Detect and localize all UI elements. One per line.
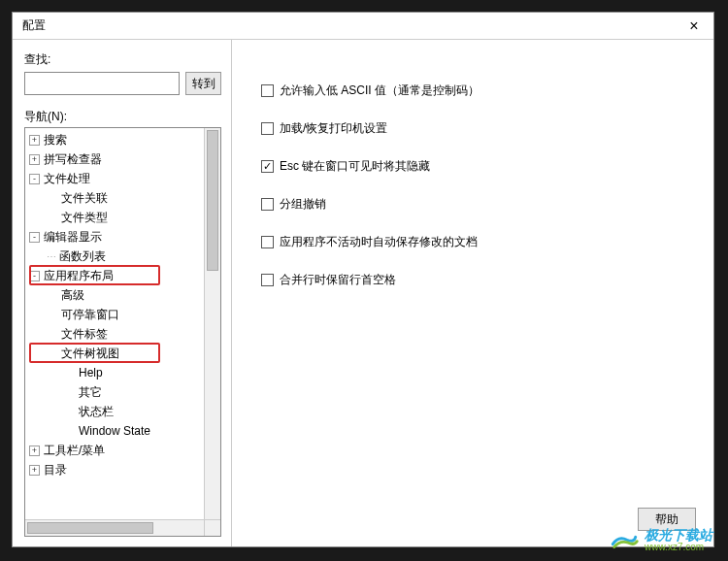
nav-label: 导航(N):	[24, 109, 221, 125]
option-label: 加载/恢复打印机设置	[280, 120, 387, 137]
checkbox[interactable]	[261, 236, 274, 248]
right-panel: 允许输入低 ASCII 值（通常是控制码）加载/恢复打印机设置Esc 键在窗口可…	[232, 40, 713, 546]
tree-item-label: 文件处理	[44, 171, 90, 187]
tree-item[interactable]: 文件类型	[27, 208, 218, 227]
tree-item-label: 文件关联	[61, 190, 108, 207]
tree-item-label: 文件类型	[61, 210, 108, 226]
checkbox[interactable]	[261, 160, 274, 173]
checkbox[interactable]	[261, 198, 274, 211]
tree-item-label: 可停靠窗口	[61, 307, 119, 323]
highlight-file-tree-view	[29, 343, 160, 363]
option-row: 合并行时保留行首空格	[261, 272, 694, 288]
dialog-body: 查找: 转到 导航(N): +搜索+拼写检查器-文件处理文件关联文件类型-编辑器…	[13, 40, 713, 546]
scroll-thumb[interactable]	[207, 130, 218, 271]
highlight-app-layout	[29, 265, 160, 285]
checkbox[interactable]	[261, 274, 274, 286]
tree-item[interactable]: 其它	[27, 382, 218, 402]
tree-item[interactable]: 文件关联	[27, 188, 218, 208]
option-row: 应用程序不活动时自动保存修改的文档	[261, 234, 694, 250]
checkbox[interactable]	[261, 122, 274, 135]
search-input[interactable]	[24, 72, 180, 95]
help-button[interactable]: 帮助	[638, 508, 696, 531]
option-row: 允许输入低 ASCII 值（通常是控制码）	[261, 82, 694, 99]
checkbox[interactable]	[261, 84, 274, 97]
tree-item[interactable]: Help	[27, 363, 218, 382]
option-row: Esc 键在窗口可见时将其隐藏	[261, 158, 694, 175]
tree-scrollbar-horizontal[interactable]	[25, 519, 204, 536]
tree-item-label: 高级	[61, 287, 84, 304]
option-label: 分组撤销	[280, 196, 326, 213]
titlebar: 配置 ×	[13, 13, 713, 40]
close-button[interactable]: ×	[678, 16, 710, 37]
option-label: 允许输入低 ASCII 值（通常是控制码）	[280, 82, 480, 99]
tree-item[interactable]: ⋯函数列表	[27, 247, 218, 266]
collapse-icon[interactable]: -	[29, 174, 40, 184]
search-row: 转到	[24, 72, 221, 95]
collapse-icon[interactable]: -	[29, 232, 40, 243]
tree-item[interactable]: -文件处理	[27, 169, 218, 188]
tree-item[interactable]: 可停靠窗口	[27, 305, 218, 324]
tree-item[interactable]: -编辑器显示	[27, 227, 218, 247]
expand-icon[interactable]: +	[29, 135, 40, 146]
tree-item[interactable]: 文件标签	[27, 324, 218, 344]
config-dialog: 配置 × 查找: 转到 导航(N): +搜索+拼写检查器-文件处理文件关联文件类…	[12, 12, 714, 547]
tree-item-label: Help	[79, 366, 103, 380]
tree-item-label: Window State	[79, 424, 150, 438]
tree-item-label: 编辑器显示	[44, 229, 102, 246]
tree-item-label: 目录	[44, 462, 67, 478]
expand-icon[interactable]: +	[29, 446, 40, 456]
dialog-title: 配置	[22, 17, 678, 34]
tree-item[interactable]: +搜索	[27, 130, 218, 149]
nav-tree: +搜索+拼写检查器-文件处理文件关联文件类型-编辑器显示⋯函数列表-应用程序布局…	[24, 127, 221, 537]
option-row: 加载/恢复打印机设置	[261, 120, 694, 137]
option-label: Esc 键在窗口可见时将其隐藏	[280, 158, 430, 175]
scroll-thumb[interactable]	[27, 522, 153, 534]
tree-item-label: 文件标签	[61, 326, 108, 343]
tree-item-label: 搜索	[44, 132, 67, 148]
tree-item[interactable]: 状态栏	[27, 402, 218, 421]
tree-item[interactable]: +拼写检查器	[27, 149, 218, 169]
search-label: 查找:	[24, 51, 221, 68]
expand-icon[interactable]: +	[29, 154, 40, 165]
tree-item-label: 工具栏/菜单	[44, 443, 105, 459]
tree-item-label: 拼写检查器	[44, 151, 102, 168]
tree-item[interactable]: +工具栏/菜单	[27, 441, 218, 460]
close-icon: ×	[689, 17, 698, 35]
option-row: 分组撤销	[261, 196, 694, 213]
tree-scrollbar-vertical[interactable]	[204, 128, 220, 519]
options-list: 允许输入低 ASCII 值（通常是控制码）加载/恢复打印机设置Esc 键在窗口可…	[261, 82, 694, 288]
goto-button[interactable]: 转到	[185, 72, 221, 95]
tree-item[interactable]: +目录	[27, 460, 218, 479]
tree-item-label: 其它	[79, 384, 102, 401]
tree-content: +搜索+拼写检查器-文件处理文件关联文件类型-编辑器显示⋯函数列表-应用程序布局…	[25, 128, 220, 481]
expand-icon[interactable]: +	[29, 465, 40, 476]
option-label: 合并行时保留行首空格	[280, 272, 396, 288]
scroll-corner	[204, 519, 220, 536]
dots-icon: ⋯	[47, 251, 55, 262]
left-panel: 查找: 转到 导航(N): +搜索+拼写检查器-文件处理文件关联文件类型-编辑器…	[13, 40, 232, 546]
option-label: 应用程序不活动时自动保存修改的文档	[280, 234, 478, 250]
tree-item[interactable]: 高级	[27, 285, 218, 305]
tree-item[interactable]: Window State	[27, 421, 218, 441]
tree-item-label: 状态栏	[79, 404, 114, 420]
tree-item-label: 函数列表	[59, 248, 106, 265]
